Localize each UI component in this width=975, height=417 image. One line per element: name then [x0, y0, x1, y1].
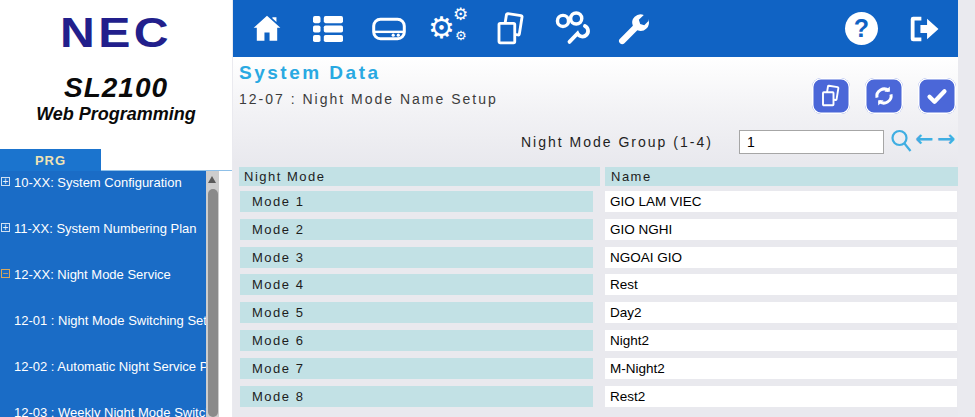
settings-gears-icon[interactable]: ⚙ ⚙ ⚙ [428, 8, 472, 50]
column-header-name: Name [605, 167, 958, 186]
name-input[interactable] [605, 191, 957, 212]
tree-item-label: 12-02 : Automatic Night Service Patte [14, 359, 206, 374]
name-input[interactable] [605, 386, 957, 407]
name-input[interactable] [605, 247, 957, 268]
apply-button[interactable] [918, 78, 956, 114]
logout-icon[interactable] [901, 10, 943, 48]
tree-item[interactable]: 12-02 : Automatic Night Service Patte [0, 355, 206, 378]
hardware-drive-icon[interactable] [367, 9, 411, 49]
tree-item[interactable]: −12-XX: Night Mode Service [0, 263, 206, 286]
name-input[interactable] [605, 358, 957, 379]
page-subtitle: 12-07 : Night Mode Name Setup [239, 91, 498, 107]
program-tree: +10-XX: System Configuration+11-XX: Syst… [0, 171, 206, 417]
menu-list-icon[interactable] [306, 9, 350, 49]
night-mode-group-label: Night Mode Group (1-4) [521, 134, 713, 150]
tree-item[interactable]: 12-01 : Night Mode Switching Setup [0, 309, 206, 332]
wrench-icon[interactable] [611, 9, 655, 49]
mode-cell: Mode 8 [240, 386, 593, 407]
tree-item-label: 12-03 : Weekly Night Mode Switching [14, 405, 206, 417]
name-input[interactable] [605, 302, 957, 323]
name-input[interactable] [605, 330, 957, 351]
copy-button[interactable] [812, 78, 850, 114]
service-tools-icon[interactable] [550, 9, 594, 49]
scrollbar-thumb[interactable] [208, 189, 218, 417]
minus-expander-icon[interactable]: − [1, 269, 10, 278]
page-title: System Data [239, 62, 381, 84]
tree-item-label: 12-01 : Night Mode Switching Setup [14, 313, 206, 328]
tree-item-label: 12-XX: Night Mode Service [14, 267, 171, 282]
night-mode-group-input[interactable] [739, 130, 884, 154]
toolbar-icon-group: ⚙ ⚙ ⚙ [245, 0, 655, 57]
refresh-button[interactable] [865, 78, 903, 114]
next-group-arrow[interactable]: → [937, 126, 955, 151]
mode-cell: Mode 2 [240, 219, 593, 240]
tree-item-label: 11-XX: System Numbering Plan [14, 221, 197, 236]
sidebar: NEC SL2100 Web Programming PRG +10-XX: S… [0, 0, 232, 417]
tree-scrollbar[interactable] [206, 171, 219, 417]
tree-item[interactable]: +11-XX: System Numbering Plan [0, 217, 206, 240]
nec-logo: NEC [0, 8, 246, 57]
top-toolbar: ⚙ ⚙ ⚙ ? [233, 0, 958, 57]
tab-prg[interactable]: PRG [0, 149, 101, 171]
name-input[interactable] [605, 219, 957, 240]
column-header-night-mode: Night Mode [239, 167, 600, 186]
product-subtitle: Web Programming [0, 104, 232, 125]
product-name: SL2100 [0, 72, 232, 104]
prev-group-arrow[interactable]: ← [915, 126, 933, 151]
mode-cell: Mode 7 [240, 358, 593, 379]
mode-cell: Mode 6 [240, 330, 593, 351]
plus-expander-icon[interactable]: + [1, 223, 10, 232]
name-input[interactable] [605, 274, 957, 295]
scroll-up-arrow-icon[interactable] [208, 176, 216, 183]
plus-expander-icon[interactable]: + [1, 177, 10, 186]
search-icon[interactable] [889, 128, 914, 155]
copy-icon[interactable] [489, 9, 533, 49]
mode-cell: Mode 4 [240, 274, 593, 295]
tree-item[interactable]: 12-03 : Weekly Night Mode Switching [0, 401, 206, 417]
tree-item[interactable]: +10-XX: System Configuration [0, 171, 206, 194]
home-icon[interactable] [245, 9, 289, 49]
tree-item-label: 10-XX: System Configuration [14, 175, 182, 190]
mode-cell: Mode 5 [240, 302, 593, 323]
mode-cell: Mode 3 [240, 247, 593, 268]
mode-cell: Mode 1 [240, 191, 593, 212]
help-icon[interactable]: ? [845, 12, 878, 45]
